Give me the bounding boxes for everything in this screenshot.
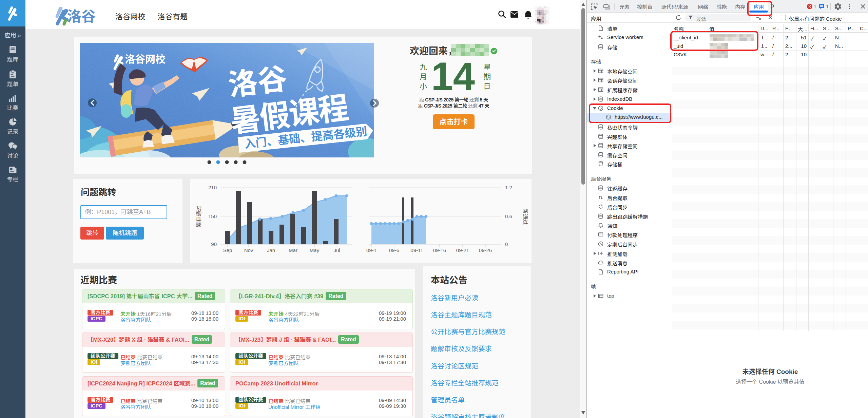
svg-text:0.6: 0.6 bbox=[505, 213, 512, 219]
svg-text:150: 150 bbox=[208, 213, 217, 219]
svg-text:90: 90 bbox=[211, 241, 217, 247]
svg-text:洛谷网校: 洛谷网校 bbox=[125, 51, 166, 66]
svg-text:累积通过: 累积通过 bbox=[196, 206, 202, 227]
svg-text:09-26: 09-26 bbox=[479, 247, 492, 253]
svg-text:1: 1 bbox=[826, 4, 829, 9]
svg-text:新通过: 新通过 bbox=[522, 208, 528, 225]
svg-text:09-1: 09-1 bbox=[366, 247, 377, 253]
svg-text:09-21: 09-21 bbox=[456, 247, 469, 253]
svg-text:Jul: Jul bbox=[333, 247, 340, 253]
svg-text:210: 210 bbox=[208, 185, 217, 190]
svg-text:洛谷: 洛谷 bbox=[67, 5, 96, 25]
svg-text:09-11: 09-11 bbox=[410, 247, 423, 253]
svg-text:09-16: 09-16 bbox=[433, 247, 446, 253]
svg-text:Sep: Sep bbox=[223, 247, 232, 253]
svg-text:09-6: 09-6 bbox=[389, 247, 399, 253]
svg-text:1.2: 1.2 bbox=[505, 185, 512, 190]
svg-text:1: 1 bbox=[814, 4, 816, 9]
svg-text:Jan: Jan bbox=[267, 247, 275, 253]
svg-text:Nov: Nov bbox=[244, 247, 253, 253]
svg-text:May: May bbox=[310, 247, 320, 253]
svg-text:Mar: Mar bbox=[289, 247, 297, 253]
svg-text:0: 0 bbox=[505, 241, 508, 247]
